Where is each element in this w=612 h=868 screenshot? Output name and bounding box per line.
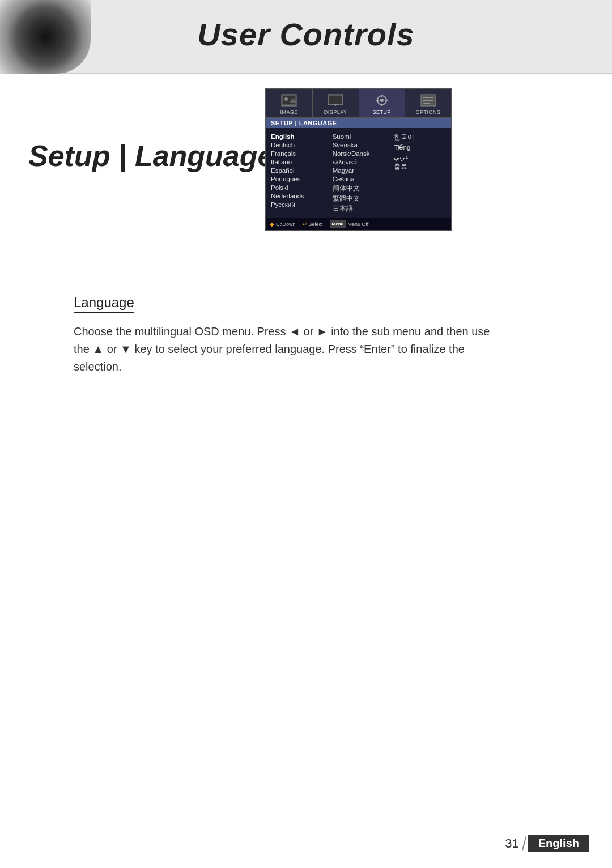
osd-panel: IMAGE DISPLAY <box>265 88 452 231</box>
lang-korean[interactable]: 한국어 <box>394 132 447 142</box>
lang-francais[interactable]: Français <box>271 149 324 158</box>
language-section: Language Choose the multilingual OSD men… <box>74 295 499 376</box>
footer-divider <box>521 836 526 851</box>
page-number: 31 <box>505 836 518 851</box>
page-subtitle: Setup | Language <box>28 139 274 173</box>
lang-suomi[interactable]: Suomi <box>333 132 385 141</box>
lang-col1: English Deutsch Français Italiano Españo… <box>266 131 328 215</box>
menu-icon: Menu <box>330 220 346 228</box>
select-arrow-icon: ↵ <box>303 221 307 227</box>
svg-rect-5 <box>329 96 342 104</box>
tab-display-label: DISPLAY <box>324 109 347 115</box>
lang-portugues[interactable]: Português <box>271 175 324 183</box>
select-label: Select <box>309 222 323 227</box>
lang-svenska[interactable]: Svenska <box>333 141 385 149</box>
lang-polski[interactable]: Polski <box>271 183 324 192</box>
lang-espanol[interactable]: Español <box>271 166 324 175</box>
footer-language: English <box>528 835 589 852</box>
tab-options-label: OPTIONS <box>416 109 441 115</box>
tab-display[interactable]: DISPLAY <box>313 89 359 117</box>
footer-select: ↵ Select <box>303 221 323 227</box>
lang-cestina[interactable]: Čeština <box>333 175 385 183</box>
language-description: Choose the multilingual OSD menu. Press … <box>74 323 499 376</box>
image-tab-icon <box>280 92 298 108</box>
tab-setup[interactable]: SETUP <box>359 89 406 117</box>
lang-col2: Suomi Svenska Norsk/Dansk ελληνικά Magya… <box>328 131 390 215</box>
lang-tieng[interactable]: Tiếng <box>394 142 447 152</box>
language-heading: Language <box>74 295 134 313</box>
lang-simplified-chinese[interactable]: 簡体中文 <box>333 183 385 193</box>
page-title: User Controls <box>0 16 612 53</box>
osd-section-header: SETUP | LANGUAGE <box>266 118 451 128</box>
setup-tab-icon <box>373 92 391 108</box>
lang-deutsch[interactable]: Deutsch <box>271 141 324 149</box>
lang-nederlands[interactable]: Nederlands <box>271 192 324 200</box>
svg-point-2 <box>284 97 288 101</box>
svg-point-9 <box>380 99 384 102</box>
lang-magyar[interactable]: Magyar <box>333 166 385 175</box>
lang-traditional-chinese[interactable]: 繁體中文 <box>333 193 385 203</box>
lang-col3: 한국어 Tiếng عربي 출료 <box>389 131 451 215</box>
osd-footer: ◆ UpDown ↵ Select Menu Menu Off <box>266 218 451 230</box>
header: User Controls <box>0 0 612 74</box>
lang-exit[interactable]: 출료 <box>394 161 447 172</box>
lang-norsk[interactable]: Norsk/Dansk <box>333 149 385 158</box>
updown-label: UpDown <box>276 222 296 227</box>
lang-italiano[interactable]: Italiano <box>271 158 324 166</box>
tab-setup-label: SETUP <box>373 109 392 115</box>
osd-tabs: IMAGE DISPLAY <box>266 89 451 118</box>
lang-row-1: English Deutsch Français Italiano Españo… <box>266 130 451 215</box>
options-tab-icon <box>419 92 437 108</box>
lang-greek[interactable]: ελληνικά <box>333 158 385 166</box>
footer-menu-off: Menu Menu Off <box>330 220 369 228</box>
osd-language-content: English Deutsch Français Italiano Españo… <box>266 128 451 218</box>
lang-russian[interactable]: Русский <box>271 200 324 209</box>
lang-english[interactable]: English <box>271 132 324 141</box>
tab-options[interactable]: OPTIONS <box>405 89 451 117</box>
updown-arrow-icon: ◆ <box>270 221 274 227</box>
display-tab-icon <box>326 92 345 108</box>
lang-japanese[interactable]: 日本語 <box>333 203 385 214</box>
menu-off-label: Menu Off <box>347 222 368 227</box>
tab-image[interactable]: IMAGE <box>266 89 313 117</box>
page-footer: 31 English <box>505 835 589 852</box>
footer-updown: ◆ UpDown <box>270 221 296 227</box>
lang-arabic[interactable]: عربي <box>394 152 447 161</box>
tab-image-label: IMAGE <box>280 109 299 115</box>
